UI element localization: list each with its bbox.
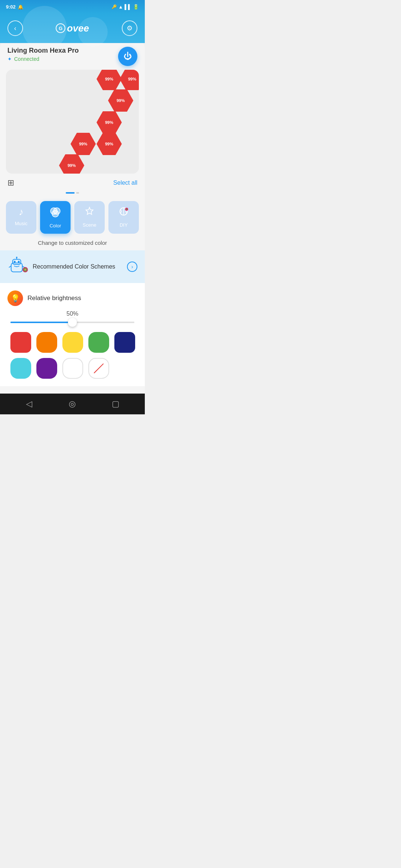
brightness-value: 50% — [7, 310, 137, 317]
wifi-icon: ▲ — [118, 4, 123, 10]
nav-back-button[interactable]: ◁ — [22, 397, 36, 411]
nav-recent-button[interactable]: ▢ — [108, 397, 123, 411]
bluetooth-icon: ✦ — [7, 56, 12, 62]
color-swatch-green[interactable] — [88, 332, 109, 353]
mode-tabs: ♪ Music Color Scene — [0, 195, 145, 237]
svg-point-16 — [23, 267, 28, 272]
tab-color[interactable]: Color — [40, 201, 71, 234]
status-bar: 9:02 🔑 ▲ ▌▌ 🔋 — [0, 0, 145, 13]
slider-fill — [10, 322, 72, 323]
hex-panel[interactable]: 99% — [120, 70, 139, 90]
tab-diy[interactable]: DIY — [108, 201, 139, 234]
diy-icon — [118, 206, 129, 219]
nav-bar: ◁ ◎ ▢ — [0, 394, 145, 414]
color-label: Color — [49, 223, 61, 228]
device-name: Living Room Hexa Pro — [7, 47, 118, 55]
hex-panel[interactable]: 99% — [97, 111, 122, 134]
brightness-icon: 💡 — [7, 290, 23, 306]
music-icon: ♪ — [19, 206, 24, 218]
color-swatch-yellow[interactable] — [62, 332, 83, 353]
brightness-section: 💡 Relative brightness 50% — [0, 283, 145, 386]
settings-button[interactable]: ⚙ — [122, 20, 137, 36]
scene-icon — [84, 206, 95, 219]
svg-rect-9 — [14, 261, 16, 263]
color-swatch-purple[interactable] — [36, 358, 57, 379]
back-button[interactable]: ‹ — [7, 20, 23, 36]
device-status: ✦ Connected — [7, 56, 118, 62]
brightness-label: Relative brightness — [27, 295, 81, 302]
panel-layout-icon: ⊞ — [7, 178, 14, 188]
robot-icon — [7, 256, 28, 277]
svg-point-2 — [52, 210, 59, 217]
bell-icon — [18, 4, 23, 10]
app-logo: Govee — [56, 23, 89, 34]
scroll-indicator — [0, 192, 145, 194]
diy-label: DIY — [120, 222, 128, 228]
arrow-right-icon: › — [127, 262, 137, 272]
device-header: Living Room Hexa Pro ✦ Connected ⏻ — [0, 39, 145, 70]
hex-panel[interactable]: 99% — [97, 133, 122, 155]
svg-point-12 — [16, 257, 17, 258]
key-icon: 🔑 — [112, 4, 117, 9]
hex-panel[interactable]: 99% — [71, 133, 96, 155]
hex-panel[interactable]: 99% — [59, 154, 84, 174]
main-card: Living Room Hexa Pro ✦ Connected ⏻ 99% 9… — [0, 39, 145, 394]
battery-icon: 🔋 — [133, 4, 139, 10]
app-header: ‹ Govee ⚙ — [0, 13, 145, 43]
nav-home-button[interactable]: ◎ — [65, 397, 80, 411]
brightness-slider-track — [10, 322, 134, 323]
music-label: Music — [15, 221, 27, 226]
hex-panel[interactable]: 99% — [108, 89, 133, 112]
svg-rect-10 — [18, 261, 20, 263]
time-display: 9:02 — [6, 4, 16, 10]
color-swatch-red[interactable] — [10, 332, 31, 353]
mode-description: Change to customized color — [0, 237, 145, 250]
select-all-button[interactable]: Select all — [113, 180, 137, 186]
hex-panel[interactable]: 99% — [97, 70, 122, 90]
power-button[interactable]: ⏻ — [118, 47, 137, 66]
hex-display: 99% 99% 99% 99% 99% 99% 99% — [6, 70, 139, 174]
select-area: ⊞ Select all — [0, 174, 145, 191]
recommended-title: Recommended Color Schemes — [33, 263, 123, 270]
color-swatch-white[interactable] — [62, 358, 83, 379]
recommended-section[interactable]: Recommended Color Schemes › — [0, 250, 145, 283]
connection-status: Connected — [14, 56, 39, 62]
color-palette — [7, 332, 137, 379]
color-swatch-custom[interactable] — [88, 358, 109, 379]
color-swatch-orange[interactable] — [36, 332, 57, 353]
scene-label: Scene — [83, 222, 97, 228]
slider-thumb[interactable] — [68, 318, 77, 327]
color-swatch-blue[interactable] — [114, 332, 135, 353]
tab-scene[interactable]: Scene — [74, 201, 105, 234]
tab-music[interactable]: ♪ Music — [6, 201, 36, 234]
signal-icon: ▌▌ — [125, 4, 131, 10]
svg-point-6 — [126, 208, 127, 210]
color-icon — [50, 206, 61, 220]
color-swatch-cyan[interactable] — [10, 358, 31, 379]
